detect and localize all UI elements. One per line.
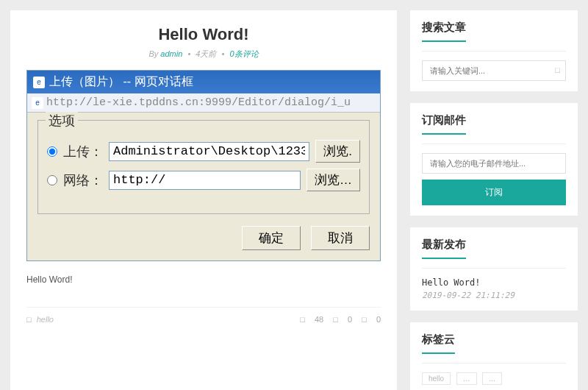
subscribe-button[interactable]: 订阅 bbox=[422, 180, 566, 205]
url-text: http://le-xie.tpddns.cn:9999/Editor/dial… bbox=[46, 96, 376, 109]
ok-button[interactable]: 确定 bbox=[242, 226, 301, 250]
post-meta: By admin • 4天前 • 0条评论 bbox=[26, 49, 381, 60]
search-box: □ bbox=[422, 60, 566, 81]
tag-link[interactable]: hello bbox=[37, 315, 54, 324]
tag-link[interactable]: … bbox=[456, 372, 477, 385]
email-box: 订阅 bbox=[422, 153, 566, 205]
ie-dialog: e 上传（图片） -- 网页对话框 e http://le-xie.tpddns… bbox=[26, 70, 381, 261]
group-title: 选项 bbox=[46, 112, 78, 130]
net-label: 网络： bbox=[63, 171, 103, 189]
net-radio[interactable] bbox=[47, 175, 57, 185]
upload-label: 上传： bbox=[63, 143, 103, 160]
stat-3: □ 0 bbox=[362, 315, 381, 324]
by-label: By bbox=[148, 49, 158, 58]
sidebar: 搜索文章 □ 订阅邮件 订阅 最新发布 Hello Word! 2019-09-… bbox=[410, 10, 578, 390]
dialog-title: 上传（图片） -- 网页对话框 bbox=[49, 74, 193, 90]
net-row: 网络： 浏览… bbox=[47, 169, 360, 191]
upload-radio[interactable] bbox=[47, 146, 57, 157]
meta-sep: • bbox=[222, 49, 225, 58]
comments-link[interactable]: 0条评论 bbox=[229, 49, 258, 58]
options-group: 选项 上传： 浏览. 网络： 浏览… bbox=[37, 120, 370, 214]
post-excerpt: Hello Word! bbox=[26, 274, 381, 285]
stat-2: □ 0 bbox=[333, 315, 352, 324]
tag-icon: □ bbox=[26, 315, 32, 324]
dialog-body: 选项 上传： 浏览. 网络： 浏览… bbox=[27, 113, 380, 260]
widget-title: 搜索文章 bbox=[422, 21, 466, 42]
browse-button[interactable]: 浏览… bbox=[306, 169, 360, 191]
recent-widget: 最新发布 Hello Word! 2019-09-22 21:11:29 bbox=[410, 227, 578, 311]
search-widget: 搜索文章 □ bbox=[410, 10, 578, 91]
post-time: 4天前 bbox=[196, 49, 216, 58]
tagcloud: hello … ... bbox=[422, 372, 566, 388]
post-tags: □ hello bbox=[26, 315, 54, 324]
cancel-button[interactable]: 取消 bbox=[311, 226, 370, 250]
ie-favicon-icon: e bbox=[32, 97, 43, 109]
browse-button[interactable]: 浏览. bbox=[315, 140, 360, 163]
tag-link[interactable]: hello bbox=[422, 372, 451, 385]
subscribe-widget: 订阅邮件 订阅 bbox=[410, 103, 578, 216]
search-input[interactable] bbox=[422, 60, 566, 81]
post-footer: □ hello □ 48 □ 0 □ 0 bbox=[26, 307, 381, 324]
post-stats: □ 48 □ 0 □ 0 bbox=[293, 315, 381, 324]
net-url-input[interactable] bbox=[109, 171, 301, 190]
ie-favicon-icon: e bbox=[33, 77, 45, 88]
meta-sep: • bbox=[187, 49, 190, 58]
post-image[interactable]: e 上传（图片） -- 网页对话框 e http://le-xie.tpddns… bbox=[26, 70, 381, 261]
address-bar: e http://le-xie.tpddns.cn:9999/Editor/di… bbox=[27, 93, 380, 113]
main-column: Hello Word! By admin • 4天前 • 0条评论 e 上传（图… bbox=[10, 10, 397, 390]
email-field[interactable] bbox=[422, 153, 566, 174]
dialog-footer: 确定 取消 bbox=[37, 226, 370, 250]
author-link[interactable]: admin bbox=[160, 49, 182, 58]
post-title[interactable]: Hello Word! bbox=[26, 25, 381, 44]
recent-post-date: 2019-09-22 21:11:29 bbox=[422, 291, 566, 300]
upload-path-input[interactable] bbox=[109, 142, 309, 161]
widget-title: 订阅邮件 bbox=[422, 113, 466, 135]
upload-row: 上传： 浏览. bbox=[47, 140, 360, 163]
recent-post-link[interactable]: Hello Word! bbox=[422, 277, 566, 288]
tag-link[interactable]: ... bbox=[482, 372, 501, 385]
widget-title: 最新发布 bbox=[422, 238, 466, 259]
views-stat: □ 48 bbox=[300, 315, 323, 324]
dialog-titlebar: e 上传（图片） -- 网页对话框 bbox=[27, 71, 380, 93]
widget-title: 标签云 bbox=[422, 333, 455, 354]
tagcloud-widget: 标签云 hello … ... bbox=[410, 322, 578, 390]
